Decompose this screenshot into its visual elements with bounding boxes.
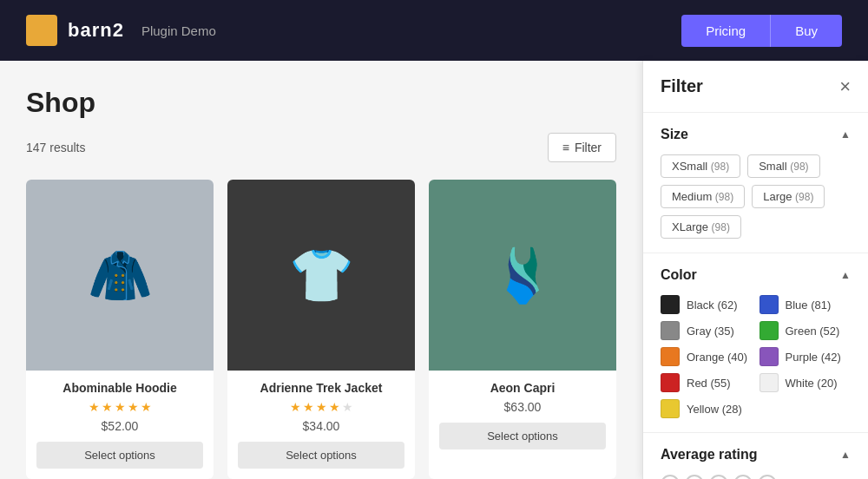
- main-content: Shop 147 results ≡ Filter 🧥Abominable Ho…: [0, 61, 868, 479]
- product-stars: ★★★★★: [238, 400, 404, 414]
- shop-title: Shop: [26, 87, 616, 119]
- product-info: Aeon Capri$63.00Select options: [429, 371, 616, 460]
- color-label: Yellow (28): [687, 403, 742, 416]
- size-tag[interactable]: Medium (98): [661, 185, 745, 208]
- filter-icon: ≡: [562, 141, 569, 154]
- color-item[interactable]: Gray (35): [661, 321, 753, 340]
- star-icon: ★: [128, 400, 139, 414]
- color-swatch: [760, 347, 779, 366]
- color-label: Green (52): [786, 325, 840, 338]
- filter-button[interactable]: ≡ Filter: [548, 133, 616, 162]
- size-tag[interactable]: XSmall (98): [661, 154, 740, 178]
- star-icon: ★: [290, 400, 301, 414]
- color-section-header[interactable]: Color ▲: [661, 267, 851, 283]
- product-price: $52.00: [36, 419, 203, 433]
- color-item[interactable]: Green (52): [760, 321, 852, 340]
- color-item[interactable]: Purple (42): [760, 347, 852, 366]
- logo-text: barn2: [68, 19, 124, 42]
- size-section-title: Size: [661, 127, 688, 142]
- rating-section-header[interactable]: Average rating ▲: [661, 447, 851, 463]
- product-info: Adrienne Trek Jacket★★★★★$34.00Select op…: [227, 371, 415, 479]
- star-icon: ★: [115, 400, 126, 414]
- color-swatch: [661, 321, 680, 340]
- color-label: Blue (81): [786, 299, 832, 312]
- top-navigation: barn2 Plugin Demo Pricing Buy: [0, 0, 868, 61]
- size-section-header[interactable]: Size ▲: [661, 127, 851, 142]
- star-icon: ★: [141, 400, 152, 414]
- logo-area: barn2 Plugin Demo: [26, 15, 216, 46]
- filter-panel: Filter × Size ▲ XSmall (98)Small (98)Med…: [642, 61, 868, 479]
- results-bar: 147 results ≡ Filter: [26, 133, 616, 162]
- rating-chevron-icon: ▲: [840, 449, 851, 461]
- color-swatch: [661, 347, 680, 366]
- color-label: Black (62): [687, 299, 738, 312]
- filter-section-size: Size ▲ XSmall (98)Small (98)Medium (98)L…: [643, 113, 868, 253]
- rating-star-5[interactable]: ★: [758, 475, 777, 479]
- star-icon: ★: [102, 400, 113, 414]
- rating-star-1[interactable]: ★: [661, 475, 680, 479]
- logo-icon: [26, 15, 57, 46]
- color-swatch: [760, 373, 779, 392]
- select-options-button[interactable]: Select options: [439, 423, 606, 449]
- results-count: 147 results: [26, 141, 85, 154]
- shop-area: Shop 147 results ≡ Filter 🧥Abominable Ho…: [0, 61, 642, 479]
- product-info: Abominable Hoodie★★★★★$52.00Select optio…: [26, 371, 214, 479]
- buy-button[interactable]: Buy: [770, 15, 842, 47]
- color-item[interactable]: Black (62): [661, 295, 753, 314]
- size-tag[interactable]: XLarge (98): [661, 215, 741, 239]
- size-tag[interactable]: Large (98): [752, 185, 825, 208]
- star-icon: ★: [303, 400, 314, 414]
- color-item[interactable]: Red (55): [661, 373, 753, 392]
- size-tag[interactable]: Small (98): [747, 154, 819, 178]
- select-options-button[interactable]: Select options: [36, 442, 203, 469]
- product-stars: ★★★★★: [36, 400, 203, 414]
- star-icon: ★: [89, 400, 100, 414]
- color-swatch: [760, 321, 779, 340]
- filter-btn-label: Filter: [575, 141, 602, 154]
- plugin-demo-label: Plugin Demo: [141, 23, 216, 38]
- filter-section-rating: Average rating ▲ ★ ★ ★ ★ ★: [643, 433, 868, 479]
- rating-star-4[interactable]: ★: [733, 475, 753, 479]
- product-price: $34.00: [238, 419, 404, 433]
- color-chevron-icon: ▲: [840, 269, 851, 281]
- color-item[interactable]: White (20): [760, 373, 852, 392]
- color-item[interactable]: Blue (81): [760, 295, 852, 314]
- pricing-button[interactable]: Pricing: [681, 15, 770, 47]
- color-label: White (20): [786, 377, 838, 390]
- product-image: 🩱: [429, 180, 616, 371]
- filter-close-button[interactable]: ×: [839, 77, 851, 96]
- product-price: $63.00: [439, 400, 606, 414]
- size-tags: XSmall (98)Small (98)Medium (98)Large (9…: [661, 154, 851, 239]
- star-icon: ★: [316, 400, 327, 414]
- color-swatch: [760, 295, 779, 314]
- product-name: Aeon Capri: [439, 381, 606, 395]
- color-label: Orange (40): [687, 351, 747, 364]
- color-item[interactable]: Yellow (28): [661, 399, 753, 418]
- filter-panel-title: Filter: [661, 76, 703, 96]
- filter-header: Filter ×: [643, 61, 868, 113]
- rating-star-3[interactable]: ★: [709, 475, 728, 479]
- color-swatch: [661, 399, 680, 418]
- color-swatch: [661, 295, 680, 314]
- color-section-title: Color: [661, 267, 697, 283]
- color-swatch: [661, 373, 680, 392]
- rating-section-title: Average rating: [661, 447, 757, 463]
- product-image: 👕: [227, 180, 415, 371]
- rating-star-2[interactable]: ★: [685, 475, 704, 479]
- product-card: 👕Adrienne Trek Jacket★★★★★$34.00Select o…: [227, 180, 415, 479]
- products-grid: 🧥Abominable Hoodie★★★★★$52.00Select opti…: [26, 180, 616, 479]
- product-name: Abominable Hoodie: [36, 381, 203, 395]
- star-icon: ★: [342, 400, 353, 414]
- filter-section-color: Color ▲ Black (62)Blue (81)Gray (35)Gree…: [643, 253, 868, 433]
- select-options-button[interactable]: Select options: [238, 442, 404, 469]
- color-grid: Black (62)Blue (81)Gray (35)Green (52)Or…: [661, 295, 851, 418]
- color-label: Red (55): [687, 377, 731, 390]
- product-card: 🧥Abominable Hoodie★★★★★$52.00Select opti…: [26, 180, 214, 479]
- product-card: 🩱Aeon Capri$63.00Select options: [429, 180, 616, 479]
- rating-stars: ★ ★ ★ ★ ★: [661, 475, 851, 479]
- nav-buttons: Pricing Buy: [681, 15, 842, 47]
- size-chevron-icon: ▲: [840, 128, 851, 141]
- color-item[interactable]: Orange (40): [661, 347, 753, 366]
- product-name: Adrienne Trek Jacket: [238, 381, 404, 395]
- color-label: Purple (42): [786, 351, 841, 364]
